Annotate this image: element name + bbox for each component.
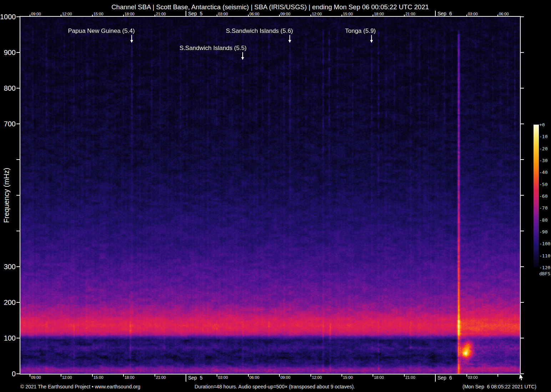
y-axis-tick (520, 373, 524, 374)
x-axis-tick-label: 06:00 (499, 12, 509, 16)
x-axis-tick (466, 15, 467, 17)
colorbar-tick-label: -50 (539, 182, 547, 187)
y-axis-tick (520, 16, 524, 17)
x-axis-tick (373, 374, 373, 377)
y-axis-tick (16, 231, 20, 231)
y-axis-tick (16, 159, 20, 160)
x-axis-tick-label: 21:00 (405, 375, 415, 380)
x-axis-tick-label: 09:00 (31, 12, 41, 16)
x-axis-tick (497, 15, 498, 17)
colorbar-unit-label: dBFS (539, 271, 550, 276)
x-axis-tick-label: 09:00 (280, 12, 290, 16)
x-axis-tick-label: 15:00 (93, 12, 103, 16)
x-axis-tick-label: 12:00 (312, 375, 322, 380)
colorbar-tick-label: -60 (539, 194, 547, 199)
x-axis-tick-label: 21:00 (405, 12, 415, 16)
y-axis-tick (520, 124, 524, 124)
x-axis-tick (310, 374, 311, 377)
x-axis-tick-label: 18:00 (125, 375, 135, 380)
y-axis-tick (16, 88, 20, 89)
y-axis-tick-label: 900 (0, 49, 16, 57)
x-axis-tick-label: 21:00 (156, 12, 166, 16)
x-axis-tick (30, 374, 30, 377)
x-axis-tick (92, 374, 93, 377)
x-axis-tick (404, 374, 405, 377)
x-axis-tick-label: 18:00 (125, 12, 135, 16)
y-axis-tick (16, 373, 20, 374)
x-axis-day-label: Sep 5 (188, 11, 202, 16)
mouse-cursor-icon (520, 373, 526, 382)
x-axis-tick (217, 374, 217, 377)
x-axis-day-label: Sep 6 (438, 375, 452, 381)
x-axis-day-separator (435, 11, 436, 17)
y-axis-tick-label: 800 (0, 84, 16, 92)
x-axis-tick-label: 21:00 (156, 375, 166, 380)
colorbar-tick-label: -20 (539, 146, 547, 151)
x-axis-tick-label: 15:00 (343, 375, 353, 380)
colorbar-tick-label: -40 (539, 170, 547, 175)
earthquake-annotation-label: S.Sandwich Islands (5.5) (180, 45, 247, 52)
y-axis-tick (16, 338, 20, 338)
x-axis-tick-label: 12:00 (312, 12, 322, 16)
y-axis-tick (520, 338, 524, 338)
y-axis-tick (520, 159, 524, 160)
x-axis-tick (123, 15, 124, 17)
footer-copyright: © 2021 The Earthsound Project • www.eart… (20, 384, 140, 390)
x-axis-tick-label: 03:00 (468, 12, 478, 16)
x-axis-tick-label: 12:00 (62, 12, 72, 16)
colorbar-tick-label: +0 (539, 122, 545, 127)
x-axis-tick (61, 15, 61, 17)
y-axis-tick-label: 0 (0, 370, 16, 378)
y-axis-tick (520, 88, 524, 89)
y-axis-tick (520, 302, 524, 303)
x-axis-tick (404, 15, 405, 17)
x-axis-tick (61, 374, 61, 377)
y-axis-tick (520, 266, 524, 267)
x-axis-tick-label: 18:00 (374, 375, 384, 380)
y-axis-label: Frequency (mHz) (2, 124, 12, 267)
x-axis-tick-label: 15:00 (343, 12, 353, 16)
y-axis-tick (16, 16, 20, 17)
x-axis-tick (497, 374, 498, 377)
x-axis-tick-label: 15:00 (93, 375, 103, 380)
colorbar-tick-label: -30 (539, 158, 547, 163)
x-axis-tick (310, 15, 311, 17)
y-axis-tick-label: 300 (0, 263, 16, 271)
x-axis-tick (342, 15, 342, 17)
x-axis-day-label: Sep 5 (188, 375, 202, 381)
colorbar-tick-label: -110 (539, 253, 550, 258)
earthquake-annotation-label: S.Sandwich Islands (5.6) (226, 27, 293, 35)
footer-duration: Duration=48 hours. Audio speed-up=500× (… (143, 384, 407, 390)
x-axis-tick (373, 15, 373, 17)
colorbar-tick-label: -100 (539, 241, 550, 246)
y-axis-tick (16, 195, 20, 196)
y-axis-tick-label: 700 (0, 120, 16, 128)
annotation-arrow-icon (369, 35, 374, 43)
colorbar-tick-label: -90 (539, 229, 547, 235)
y-axis-tick-label: 200 (0, 298, 16, 307)
x-axis-tick (30, 15, 30, 17)
annotation-arrow-icon (241, 52, 245, 60)
x-axis-tick-label: 18:00 (374, 12, 384, 16)
x-axis-tick-label: 09:00 (31, 375, 41, 380)
y-axis-tick (16, 266, 20, 267)
colorbar-tick-label: -80 (539, 217, 547, 223)
x-axis-day-separator (435, 374, 436, 382)
x-axis-day-separator (186, 11, 186, 17)
x-axis-tick-label: 06:00 (249, 12, 259, 16)
y-axis-tick (16, 124, 20, 124)
x-axis-tick (466, 374, 467, 377)
y-axis-tick-label: 1000 (0, 13, 16, 21)
colorbar (534, 125, 539, 267)
annotation-arrow-icon (288, 35, 292, 43)
spectrogram-canvas (20, 17, 520, 374)
x-axis-tick (248, 15, 249, 17)
colorbar-tick-label: -120 (539, 265, 550, 270)
x-axis-tick (155, 15, 155, 17)
x-axis-tick-label: 03:00 (468, 375, 478, 380)
x-axis-tick-label: 06:00 (249, 375, 259, 380)
y-axis-tick (16, 302, 20, 303)
y-axis-tick (520, 52, 524, 53)
earthquake-annotation-label: Papua New Guinea (5.4) (68, 27, 135, 35)
page-title: Channel SBA | Scott Base, Antarctica (se… (20, 3, 520, 11)
